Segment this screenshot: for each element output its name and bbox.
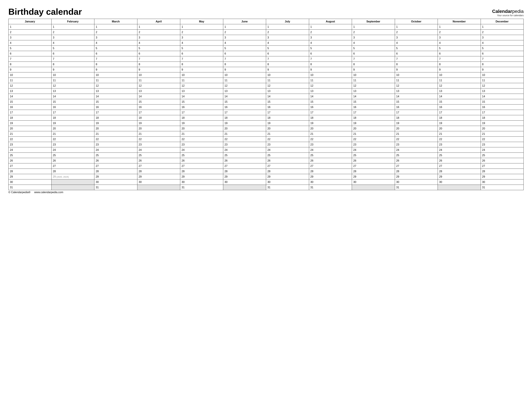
day-row: 111111111111 xyxy=(8,24,524,30)
day-cell: 18 xyxy=(309,115,352,121)
day-cell: 9 xyxy=(266,67,309,72)
day-cell: 10 xyxy=(8,72,51,78)
day-cell: 1 xyxy=(137,24,180,30)
day-cell: 6 xyxy=(481,51,524,56)
day-cell: 3 xyxy=(51,35,94,40)
day-cell: 16 xyxy=(8,105,51,110)
day-cell: 24 xyxy=(438,147,481,153)
day-cell: 12 xyxy=(266,83,309,88)
day-cell: 21 xyxy=(94,131,137,137)
day-cell: 12 xyxy=(94,83,137,88)
day-cell: 29 xyxy=(94,174,137,179)
day-cell: 31 xyxy=(8,185,51,190)
day-cell: 28 xyxy=(51,169,94,174)
day-cell: 14 xyxy=(180,94,223,99)
day-cell: 3 xyxy=(8,35,51,40)
day-cell: 31 xyxy=(94,185,137,190)
day-cell: 10 xyxy=(94,72,137,78)
day-cell: 11 xyxy=(51,78,94,83)
day-cell: 22 xyxy=(137,137,180,142)
day-cell: 13 xyxy=(223,88,266,94)
day-cell: 21 xyxy=(137,131,180,137)
day-cell: 15 xyxy=(395,99,438,105)
day-cell: 8 xyxy=(395,62,438,67)
day-cell: 18 xyxy=(94,115,137,121)
day-cell: 4 xyxy=(438,40,481,46)
day-cell: 12 xyxy=(309,83,352,88)
day-cell: 18 xyxy=(395,115,438,121)
day-cell: 25 xyxy=(94,153,137,158)
day-cell: 1 xyxy=(438,24,481,30)
day-cell: 23 xyxy=(137,142,180,147)
day-cell: 3 xyxy=(94,35,137,40)
day-cell: 6 xyxy=(51,51,94,56)
day-cell: 6 xyxy=(223,51,266,56)
day-cell: 22 xyxy=(438,137,481,142)
day-cell: 8 xyxy=(352,62,395,67)
day-cell: 10 xyxy=(266,72,309,78)
day-cell: 17 xyxy=(352,110,395,115)
day-row: 444444444444 xyxy=(8,40,524,46)
day-row: 3030303030303030303030 xyxy=(8,179,524,185)
day-cell: 21 xyxy=(8,131,51,137)
day-cell: 5 xyxy=(266,46,309,51)
day-cell: 27 xyxy=(8,163,51,169)
day-cell: 10 xyxy=(438,72,481,78)
day-cell: 4 xyxy=(51,40,94,46)
day-cell: 19 xyxy=(180,121,223,126)
day-cell: 19 xyxy=(309,121,352,126)
day-cell: 6 xyxy=(137,51,180,56)
day-cell: 23 xyxy=(51,142,94,147)
day-cell: 18 xyxy=(8,115,51,121)
day-cell: 22 xyxy=(309,137,352,142)
day-cell: 7 xyxy=(309,56,352,62)
day-row: 282828282828282828282828 xyxy=(8,169,524,174)
day-cell: 26 xyxy=(180,158,223,163)
day-cell: 20 xyxy=(180,126,223,131)
day-cell: 14 xyxy=(51,94,94,99)
day-cell: 11 xyxy=(352,78,395,83)
day-cell: 13 xyxy=(180,88,223,94)
day-cell: 31 xyxy=(395,185,438,190)
day-cell: 5 xyxy=(223,46,266,51)
day-cell: 4 xyxy=(180,40,223,46)
day-cell: 24 xyxy=(51,147,94,153)
day-cell: 27 xyxy=(51,163,94,169)
day-cell: 18 xyxy=(438,115,481,121)
day-cell-blank xyxy=(51,185,94,190)
day-cell: 3 xyxy=(395,35,438,40)
day-cell: 16 xyxy=(137,105,180,110)
day-cell: 19 xyxy=(352,121,395,126)
day-cell: 23 xyxy=(223,142,266,147)
day-row: 232323232323232323232323 xyxy=(8,142,524,147)
day-cell: 10 xyxy=(395,72,438,78)
day-row: 2929(2020, 2024)29292929292929292929 xyxy=(8,174,524,179)
day-cell: 24 xyxy=(266,147,309,153)
day-cell: 5 xyxy=(438,46,481,51)
day-row: 888888888888 xyxy=(8,62,524,67)
day-row: 101010101010101010101010 xyxy=(8,72,524,78)
day-cell: 18 xyxy=(352,115,395,121)
day-cell: 12 xyxy=(352,83,395,88)
day-cell: 14 xyxy=(8,94,51,99)
day-cell: 27 xyxy=(94,163,137,169)
day-cell: 15 xyxy=(8,99,51,105)
day-cell: 20 xyxy=(94,126,137,131)
day-cell: 6 xyxy=(8,51,51,56)
day-row: 242424242424242424242424 xyxy=(8,147,524,153)
day-cell: 24 xyxy=(137,147,180,153)
day-cell: 13 xyxy=(51,88,94,94)
day-cell: 21 xyxy=(51,131,94,137)
day-cell: 26 xyxy=(352,158,395,163)
day-cell: 9 xyxy=(180,67,223,72)
day-cell: 20 xyxy=(51,126,94,131)
day-cell: 30 xyxy=(481,179,524,185)
day-cell: 1 xyxy=(309,24,352,30)
day-cell: 21 xyxy=(395,131,438,137)
day-row: 999999999999 xyxy=(8,67,524,72)
day-cell: 3 xyxy=(180,35,223,40)
day-cell: 10 xyxy=(180,72,223,78)
footer: © Calendarpedia® www.calendarpedia.com xyxy=(8,191,524,194)
day-cell-blank xyxy=(137,185,180,190)
day-cell: 30 xyxy=(352,179,395,185)
